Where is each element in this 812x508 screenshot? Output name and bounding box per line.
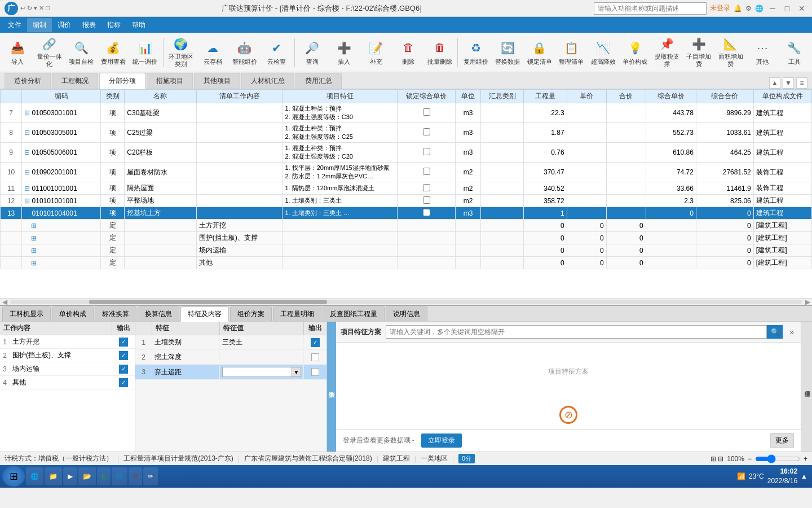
table-row[interactable]: 8 ⊟ 010503005001 项 C25过梁 1. 混凝土种类：预拌 2. … — [1, 123, 812, 143]
search-area[interactable] — [594, 2, 707, 15]
tab-labor-material[interactable]: 人材机汇总 — [241, 73, 294, 89]
tab-down-arrow[interactable]: ▼ — [783, 77, 794, 89]
expand-icon[interactable]: ⊞ — [31, 247, 37, 255]
toolbar-taxtract[interactable]: 📌 提取税支撑 — [651, 34, 682, 71]
taskbar-cad[interactable]: ✏ — [143, 467, 158, 485]
check-icon-2[interactable]: ✓ — [119, 351, 128, 360]
toolbar-cloudcheck[interactable]: ✔ 云检查 — [261, 34, 292, 71]
check-icon-3[interactable]: ✓ — [119, 365, 128, 374]
taskbar-ie[interactable]: 🌐 — [26, 467, 43, 485]
toolbar-lock[interactable]: 🔒 锁定清单 — [524, 34, 555, 71]
toolbar-delete[interactable]: 🗑 删除 — [392, 34, 423, 71]
expand-icon[interactable]: ⊞ — [31, 259, 37, 267]
toolbar-other[interactable]: ⋯ 其他 — [747, 34, 778, 71]
tray-icon[interactable]: ▲ — [801, 472, 807, 480]
check-icon-1[interactable]: ✓ — [119, 338, 128, 347]
cell-locked[interactable] — [398, 182, 456, 195]
fr-val-3[interactable]: ▼ — [220, 365, 304, 379]
taskbar-explorer[interactable]: 📁 — [45, 467, 62, 485]
toolbar-supereff[interactable]: 📉 超高降效 — [588, 34, 619, 71]
locked-checkbox[interactable] — [423, 128, 430, 135]
btab-qty-detail[interactable]: 工程量明细 — [273, 306, 321, 321]
fr-check-1[interactable]: ✓ — [304, 338, 326, 347]
cell-locked[interactable] — [398, 163, 456, 182]
locked-checkbox[interactable] — [423, 184, 430, 191]
cell-locked[interactable] — [398, 232, 456, 244]
zoom-minus-icon[interactable]: − — [748, 455, 752, 463]
notification-icon[interactable]: 🔔 — [734, 5, 742, 12]
locked-checkbox[interactable] — [423, 209, 430, 216]
expand-icon[interactable]: ⊞ — [31, 222, 37, 230]
tab-other-items[interactable]: 其他项目 — [194, 73, 240, 89]
expand-icon[interactable]: ⊟ — [24, 129, 30, 137]
expand-icon[interactable]: ⊟ — [24, 168, 30, 176]
work-row-check-2[interactable]: ✓ — [112, 350, 135, 361]
tab-settings-arrow[interactable]: ≡ — [796, 77, 807, 89]
table-row[interactable]: ⊞ 定 场内运输 0 0 0 0 [建筑工程] — [1, 244, 812, 257]
toolbar-selfcheck[interactable]: 🔍 项目自检 — [66, 34, 97, 71]
tab-up-arrow[interactable]: ▲ — [769, 77, 780, 89]
toolbar-replace[interactable]: 🔄 替换数据 — [492, 34, 523, 71]
expand-icon[interactable]: ⊟ — [24, 148, 30, 156]
title-search-input[interactable] — [594, 2, 707, 15]
table-row[interactable]: 11 ⊟ 011001001001 项 隔热屋面 1. 隔热层：120mm厚泡沫… — [1, 182, 812, 195]
menu-item-bangzhu[interactable]: 帮助 — [126, 18, 151, 32]
toolbar-import[interactable]: 📥 导入 — [2, 34, 33, 71]
toolbar-batchdelete[interactable]: 🗑 批量删除 — [425, 34, 456, 71]
cell-locked[interactable] — [398, 220, 456, 232]
zoom-plus-icon[interactable]: + — [804, 455, 807, 463]
toolbar-unitprice[interactable]: 💡 单价构成 — [620, 34, 651, 71]
tab-project-overview[interactable]: 工程概况 — [52, 73, 98, 89]
toolbar-tools[interactable]: 🔧 工具 — [779, 34, 810, 71]
fr-val-2[interactable] — [220, 351, 304, 364]
work-row-check-4[interactable]: ✓ — [112, 377, 135, 388]
check-icon-4[interactable]: ✓ — [119, 378, 128, 387]
settings-icon[interactable]: ⚙ — [745, 5, 752, 12]
toolbar-arrange[interactable]: 📋 整理清单 — [556, 34, 587, 71]
menu-item-baobiao[interactable]: 报表 — [77, 18, 102, 32]
btab-drawing[interactable]: 反查图纸工程量 — [323, 306, 385, 321]
work-row-check-1[interactable]: ✓ — [112, 336, 135, 348]
start-button[interactable]: ⊞ — [2, 466, 25, 487]
expand-icon[interactable]: ⊞ — [31, 234, 37, 242]
region-icon[interactable]: 🌐 — [755, 5, 764, 12]
btab-pricing[interactable]: 组价方案 — [230, 306, 272, 321]
locked-checkbox[interactable] — [423, 168, 430, 175]
table-row[interactable]: ⊞ 定 其他 0 0 0 0 [建筑工程] — [1, 257, 812, 269]
toolbar-reuse[interactable]: ♻ 复用组价 — [460, 34, 491, 71]
cell-locked[interactable] — [398, 244, 456, 257]
expand-icon[interactable]: ⊟ — [24, 109, 30, 117]
menu-item-wenj[interactable]: 文件 — [2, 18, 27, 32]
more-btn[interactable]: 更多 — [770, 433, 794, 448]
toolbar-smartprice[interactable]: 🤖 智能组价 — [230, 34, 261, 71]
info-search-input[interactable] — [386, 325, 767, 339]
tab-pricing-analysis[interactable]: 造价分析 — [5, 73, 51, 89]
btab-unitprice[interactable]: 单价构成 — [52, 306, 94, 321]
btab-material[interactable]: 工料机显示 — [2, 306, 51, 321]
table-row[interactable]: 12 ⊟ 010101001001 项 平整场地 1. 土壤类别：三类土 m2 … — [1, 195, 812, 207]
taskbar-files[interactable]: 📂 — [78, 467, 96, 485]
tab-measures[interactable]: 措施项目 — [147, 73, 193, 89]
table-row[interactable]: ⊞ 定 围护(挡土板)、支撑 0 0 0 0 [建筑工程] — [1, 232, 812, 244]
toolbar-region[interactable]: 🌍 环卫地区类别 — [166, 34, 197, 71]
taskbar-media[interactable]: ▶ — [63, 467, 77, 485]
toolbar-insert[interactable]: ➕ 插入 — [329, 34, 360, 71]
cell-locked[interactable] — [398, 195, 456, 207]
locked-checkbox[interactable] — [423, 196, 430, 204]
expand-icon[interactable]: ⊞ — [24, 209, 30, 217]
cell-locked[interactable] — [398, 207, 456, 220]
table-row[interactable]: 7 ⊟ 010503001001 项 C30基础梁 1. 混凝土种类：预拌 2.… — [1, 103, 812, 123]
scroll-right-btn[interactable]: ▶ — [803, 298, 812, 306]
login-link[interactable]: 未登录 — [710, 3, 730, 13]
fr-dropdown-btn-3[interactable]: ▼ — [292, 367, 301, 377]
toolbar-integration[interactable]: 🔗 量价一体化 — [34, 34, 65, 71]
panel-toggle[interactable]: 个人数据 — [327, 322, 336, 452]
info-expand-icon[interactable]: » — [787, 327, 796, 336]
table-row[interactable]: ⊞ 定 土方开挖 0 0 0 0 [建筑工程] — [1, 220, 812, 232]
table-row[interactable]: 10 ⊟ 010902001001 项 屋面卷材防水 1. 找平层：20mm厚M… — [1, 163, 812, 182]
cell-locked[interactable] — [398, 103, 456, 123]
fr-checkbox-2[interactable] — [311, 353, 319, 361]
tab-fee-summary[interactable]: 费用汇总 — [295, 73, 342, 89]
zoom-slider[interactable] — [755, 454, 800, 463]
expand-icon[interactable]: ⊟ — [24, 197, 30, 205]
